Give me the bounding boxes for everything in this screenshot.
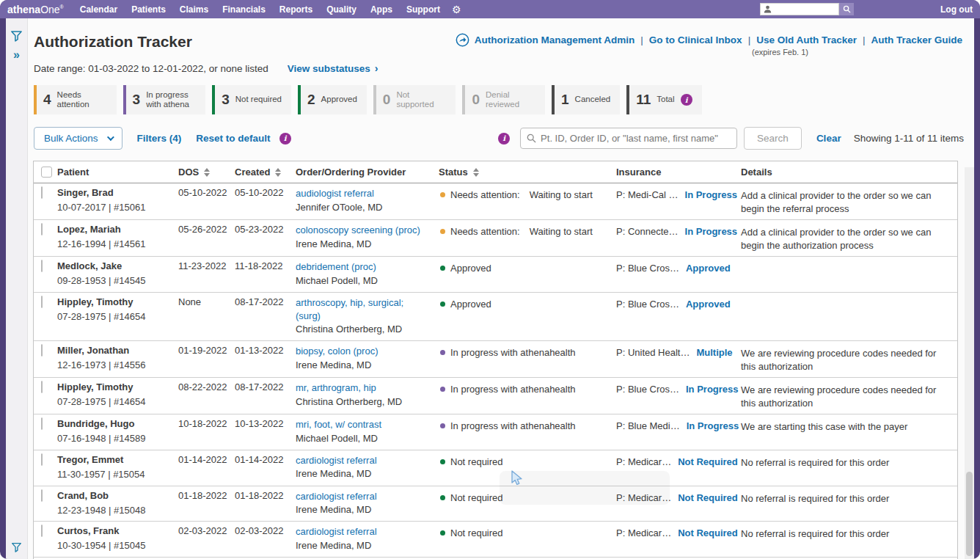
details-cell: Add a clinical provider to the order so …	[741, 224, 957, 252]
global-search-button[interactable]	[839, 3, 854, 15]
table-row: Curtos, Frank 10-30-1954 | #15045 02-03-…	[34, 522, 957, 558]
created-cell: 10-13-2022	[235, 418, 296, 445]
filter-funnel-icon[interactable]	[11, 542, 22, 553]
insurance-status-link[interactable]: Not Required	[678, 456, 738, 467]
nav-menu-item[interactable]: Quality	[326, 4, 356, 15]
status-tile[interactable]: 0 Not supported i	[373, 85, 456, 114]
status-tile[interactable]: 4 Needs attention i	[34, 85, 117, 114]
row-checkbox[interactable]	[41, 344, 43, 357]
order-link[interactable]: arthroscopy, hip, surgical; (surg)	[296, 296, 439, 322]
status-tile-count: 0	[472, 92, 480, 108]
row-checkbox[interactable]	[41, 453, 43, 466]
insurance-status-link[interactable]: Approved	[686, 263, 731, 274]
order-link[interactable]: mr, arthrogram, hip	[296, 381, 387, 395]
status-tile[interactable]: 1 Canceled i	[552, 85, 620, 114]
row-checkbox[interactable]	[41, 381, 43, 393]
dos-cell: 02-03-2022	[178, 525, 235, 552]
nav-menu-item[interactable]: Support	[406, 4, 440, 15]
quick-links: Authorization Management AdminGo to Clin…	[456, 33, 964, 47]
filters-link[interactable]: Filters (4)	[137, 133, 182, 144]
nav-menu-item[interactable]: Financials	[222, 4, 266, 15]
reset-default-link[interactable]: Reset to default	[196, 133, 270, 144]
bulk-actions-button[interactable]: Bulk Actions	[34, 127, 122, 150]
status-tile[interactable]: 11 Total i	[626, 85, 701, 114]
insurance-plan: P: Medicar…	[616, 456, 671, 467]
view-substatuses-link[interactable]: View substatuses›	[288, 62, 379, 74]
ordering-provider: Irene Medina, MD	[296, 504, 439, 516]
insurance-status-link[interactable]: In Progress	[685, 226, 738, 237]
global-search-input[interactable]	[772, 4, 835, 14]
scrollbar-thumb[interactable]	[966, 472, 973, 556]
insurance-status-link[interactable]: Multiple	[696, 347, 732, 358]
order-cell: biopsy, colon (proc) Irene Medina, MD	[296, 345, 439, 373]
status-tile-count: 4	[43, 92, 51, 108]
nav-menu-item[interactable]: Patients	[131, 4, 166, 15]
nav-menu: CalendarPatientsClaimsFinancialsReportsQ…	[80, 4, 440, 15]
athenaone-logo[interactable]: athenaOne®	[7, 4, 64, 15]
row-checkbox[interactable]	[41, 223, 43, 235]
info-icon[interactable]: i	[681, 94, 692, 106]
order-link[interactable]: cardiologist referral	[296, 454, 387, 467]
status-tile[interactable]: 3 Not required i	[212, 85, 291, 114]
details-cell: No referral is required for this order	[741, 490, 957, 517]
insurance-status-link[interactable]: In Progress	[685, 189, 738, 200]
gear-icon[interactable]: ⚙	[452, 4, 461, 15]
status-tile[interactable]: 0 Denial reviewed i	[462, 85, 545, 114]
search-button[interactable]: Search	[744, 127, 802, 150]
created-cell: 11-18-2022	[235, 260, 296, 288]
quick-link[interactable]: Auth Tracker Guide	[871, 34, 962, 45]
row-checkbox[interactable]	[41, 525, 43, 537]
page-body: » Authorization Tracker Authorization Ma…	[0, 18, 980, 559]
sort-arrows-icon[interactable]	[204, 168, 210, 177]
info-icon[interactable]: i	[279, 133, 291, 145]
select-all-checkbox[interactable]	[41, 167, 52, 178]
quick-link[interactable]: Authorization Management Admin	[475, 34, 649, 45]
quick-link[interactable]: Use Old Auth Tracker	[756, 34, 871, 45]
patient-cell: Hippley, Timothy 07-28-1975 | #14654	[57, 296, 178, 336]
nav-menu-item[interactable]: Apps	[370, 4, 392, 15]
quick-link[interactable]: Go to Clinical Inbox	[649, 34, 756, 45]
order-link[interactable]: audiologist referral	[296, 187, 384, 200]
status-text: Not required	[450, 492, 503, 503]
order-cell: arthroscopy, hip, surgical; (surg) Chris…	[296, 296, 439, 336]
sort-arrows-icon[interactable]	[275, 168, 281, 177]
order-link[interactable]: colonoscopy screening (proc)	[296, 224, 431, 237]
insurance-status-link[interactable]: Not Required	[678, 527, 738, 538]
insurance-status-link[interactable]: Not Required	[678, 492, 738, 503]
row-checkbox[interactable]	[41, 296, 43, 308]
nav-menu-item[interactable]: Claims	[180, 4, 208, 15]
ordering-provider: Irene Medina, MD	[296, 238, 439, 251]
row-checkbox[interactable]	[41, 489, 43, 502]
status-tile[interactable]: 2 Approved i	[298, 85, 367, 114]
nav-menu-item[interactable]: Calendar	[80, 4, 117, 15]
table-row: Miller, Jonathan 12-16-1973 | #14556 01-…	[34, 341, 957, 378]
order-link[interactable]: biopsy, colon (proc)	[296, 345, 388, 358]
logout-link[interactable]: Log out	[940, 4, 973, 15]
order-link[interactable]: cardiologist referral	[296, 525, 387, 538]
insurance-status-link[interactable]: Approved	[686, 299, 731, 310]
order-link[interactable]: mri, foot, w/ contrast	[296, 418, 392, 431]
nav-menu-item[interactable]: Reports	[279, 4, 312, 15]
status-tile[interactable]: 3 In progress with athena i	[123, 85, 206, 114]
insurance-status-link[interactable]: In Progress	[687, 420, 739, 431]
patient-dob-id: 12-16-1973 | #14556	[57, 359, 178, 372]
sort-arrows-icon[interactable]	[473, 168, 479, 177]
row-checkbox[interactable]	[41, 417, 43, 430]
table-row: Lopez, Mariah 12-16-1994 | #14561 05-26-…	[34, 220, 957, 257]
filter-funnel-icon[interactable]	[10, 30, 23, 43]
table-search-input[interactable]	[541, 133, 731, 144]
row-checkbox[interactable]	[41, 186, 43, 199]
clear-link[interactable]: Clear	[816, 133, 841, 144]
page-header: Authorization Tracker Authorization Mana…	[34, 33, 964, 51]
dos-cell: None	[178, 296, 235, 336]
info-icon[interactable]: i	[498, 133, 510, 145]
status-tile-count: 3	[222, 92, 230, 108]
row-checkbox[interactable]	[41, 260, 43, 272]
order-link[interactable]: debridement (proc)	[296, 260, 387, 274]
dos-cell: 05-26-2022	[178, 224, 235, 252]
vertical-scrollbar[interactable]	[965, 167, 974, 559]
patient-name: Hippley, Timothy	[57, 296, 178, 309]
insurance-status-link[interactable]: In Progress	[686, 384, 739, 395]
order-link[interactable]: cardiologist referral	[296, 490, 387, 503]
double-chevron-right-icon[interactable]: »	[13, 49, 20, 61]
